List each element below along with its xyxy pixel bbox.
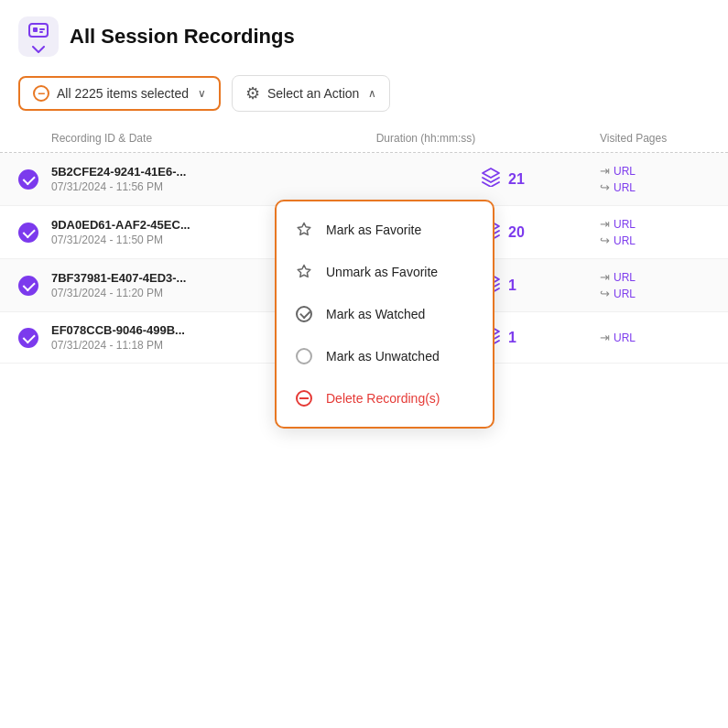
- star-outline-2-icon: [295, 263, 313, 281]
- menu-item-label: Delete Recording(s): [326, 391, 440, 406]
- recording-id: 5B2CFE24-9241-41E6-...: [51, 165, 371, 179]
- select-action-label: Select an Action: [267, 86, 359, 101]
- minus-circle-red-icon: [295, 389, 313, 407]
- arrow-right-icon: ⇥: [600, 331, 610, 344]
- pages-count: 20: [508, 224, 525, 241]
- menu-item-label: Mark as Favorite: [326, 223, 421, 237]
- select-action-button[interactable]: ⚙ Select an Action ∧: [232, 75, 390, 112]
- row-checkbox-2[interactable]: [18, 223, 51, 243]
- row-checkbox-3[interactable]: [18, 276, 51, 296]
- checkbox-checked-icon: [18, 328, 38, 348]
- row-visited-2: ⇥ URL ↪ URL: [600, 217, 710, 247]
- svg-rect-3: [39, 31, 43, 33]
- svg-rect-0: [29, 24, 48, 37]
- pages-count: 1: [508, 277, 516, 294]
- menu-item-label: Mark as Watched: [326, 307, 425, 321]
- action-dropdown-menu: Mark as Favorite Unmark as Favorite Mark…: [275, 200, 494, 429]
- minus-circle-icon: −: [33, 85, 49, 102]
- table-header: Recording ID & Date Duration (hh:mm:ss) …: [0, 125, 728, 153]
- menu-item-label: Mark as Unwatched: [326, 349, 440, 364]
- row-id-1: 5B2CFE24-9241-41E6-... 07/31/2024 - 11:5…: [51, 165, 371, 193]
- menu-item-delete[interactable]: Delete Recording(s): [277, 377, 493, 419]
- checkbox-checked-icon: [18, 276, 38, 296]
- row-pages-2: 20: [481, 220, 600, 244]
- arrow-right-icon: ⇥: [600, 164, 610, 178]
- recording-date: 07/31/2024 - 11:56 PM: [51, 180, 371, 193]
- col-id-header: Recording ID & Date: [51, 132, 371, 145]
- visited-link-item: ⇥ URL: [600, 270, 710, 284]
- col-duration-header: Duration (hh:mm:ss): [371, 132, 481, 145]
- table-row: 5B2CFE24-9241-41E6-... 07/31/2024 - 11:5…: [0, 153, 728, 206]
- chevron-down-small-icon: [32, 46, 45, 53]
- visited-link-item: ↪ URL: [600, 234, 710, 247]
- chevron-up-icon: ∧: [368, 87, 376, 100]
- gear-icon: ⚙: [245, 83, 260, 103]
- checkbox-checked-icon: [18, 169, 38, 190]
- row-visited-4: ⇥ URL: [600, 331, 710, 344]
- svg-rect-2: [39, 28, 45, 30]
- page-title: All Session Recordings: [70, 25, 295, 49]
- row-visited-1: ⇥ URL ↪ URL: [600, 164, 710, 194]
- check-circle-icon: [295, 305, 313, 323]
- row-pages-1: 21: [481, 167, 600, 191]
- empty-circle-icon: [295, 347, 313, 365]
- menu-item-mark-watched[interactable]: Mark as Watched: [277, 293, 493, 335]
- row-pages-4: 1: [481, 325, 600, 350]
- col-visited-header: Visited Pages: [600, 132, 710, 145]
- visited-link-item: ⇥ URL: [600, 164, 710, 178]
- link-icon: ↪: [600, 234, 610, 247]
- row-checkbox-4[interactable]: [18, 328, 51, 348]
- toolbar: − All 2225 items selected ∨ ⚙ Select an …: [0, 66, 728, 121]
- pages-count: 21: [508, 171, 525, 188]
- visited-link-item: ↪ URL: [600, 180, 710, 194]
- svg-rect-1: [33, 27, 38, 32]
- visited-link-item: ⇥ URL: [600, 331, 710, 344]
- recordings-icon: [27, 20, 50, 44]
- link-icon: ↪: [600, 287, 610, 300]
- menu-item-mark-favorite[interactable]: Mark as Favorite: [277, 209, 493, 251]
- select-all-label: All 2225 items selected: [57, 86, 189, 101]
- checkbox-checked-icon: [18, 223, 38, 243]
- chevron-down-icon: ∨: [198, 87, 206, 100]
- header-icon-wrap: [18, 16, 59, 57]
- menu-item-label: Unmark as Favorite: [326, 265, 438, 279]
- arrow-right-icon: ⇥: [600, 270, 610, 284]
- visited-link-item: ⇥ URL: [600, 217, 710, 231]
- select-all-button[interactable]: − All 2225 items selected ∨: [18, 76, 221, 111]
- menu-item-unmark-favorite[interactable]: Unmark as Favorite: [277, 251, 493, 293]
- link-icon: ↪: [600, 180, 610, 194]
- menu-item-mark-unwatched[interactable]: Mark as Unwatched: [277, 335, 493, 377]
- pages-count: 1: [508, 330, 516, 346]
- page-header: All Session Recordings: [0, 0, 728, 66]
- layers-icon: [481, 167, 501, 191]
- star-outline-icon: [295, 221, 313, 239]
- arrow-right-icon: ⇥: [600, 217, 610, 231]
- row-checkbox-1[interactable]: [18, 169, 51, 190]
- row-pages-3: 1: [481, 273, 600, 298]
- row-visited-3: ⇥ URL ↪ URL: [600, 270, 710, 300]
- visited-link-item: ↪ URL: [600, 287, 710, 300]
